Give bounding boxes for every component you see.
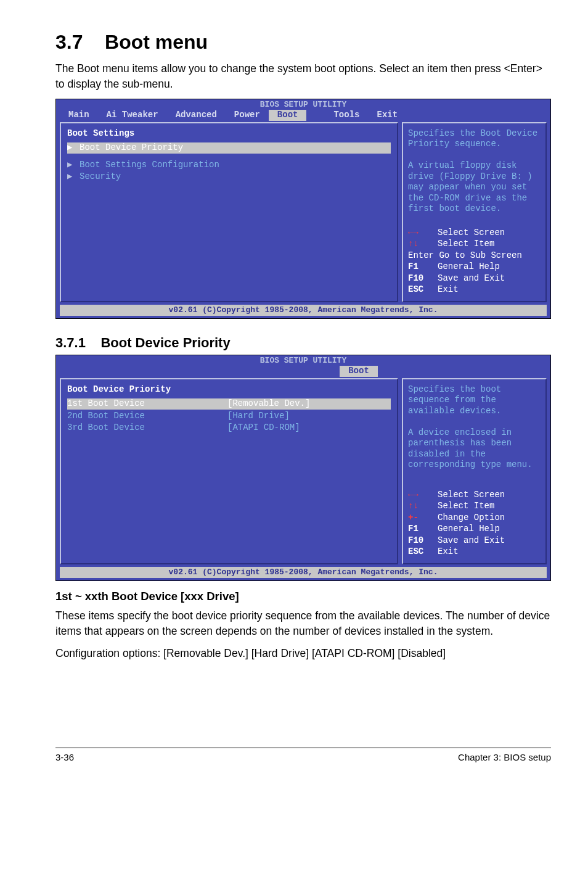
help-text: Specifies the boot sequence from the ava… xyxy=(408,384,541,471)
nav-desc: Select Screen xyxy=(438,490,505,501)
key-up-down-icon: ↑↓ xyxy=(408,501,434,512)
nav-desc: Select Screen xyxy=(438,228,505,239)
nav-desc: Select Item xyxy=(438,501,494,512)
nav-desc: Exit xyxy=(438,284,459,295)
tab-advanced[interactable]: Advanced xyxy=(167,110,226,121)
row-value: [ATAPI CD-ROM] xyxy=(227,423,300,434)
row-label: 2nd Boot Device xyxy=(67,411,223,422)
tab-ai-tweaker[interactable]: Ai Tweaker xyxy=(98,110,167,121)
nav-desc: Save and Exit xyxy=(438,535,505,547)
row-value: [Removable Dev.] xyxy=(227,398,310,410)
subsection-number: 3.7.1 xyxy=(55,335,86,350)
key-left-right-icon: ←→ xyxy=(408,228,434,239)
key-f10: F10 xyxy=(408,273,434,284)
section-title-text: Boot menu xyxy=(105,31,208,53)
key-f1: F1 xyxy=(408,524,434,535)
bios-title: BIOS SETUP UTILITY xyxy=(56,99,550,110)
key-f1: F1 xyxy=(408,262,434,273)
menu-item-boot-device-priority[interactable]: ▶ Boot Device Priority xyxy=(67,142,391,154)
nav-hints: ←→Select Screen ↑↓Select Item Enter Go t… xyxy=(408,227,541,296)
nav-desc: General Help xyxy=(438,262,500,273)
nav-desc: Exit xyxy=(438,547,459,558)
paragraph-body-1: These items specify the boot device prio… xyxy=(55,608,551,638)
key-up-down-icon: ↑↓ xyxy=(408,239,434,250)
page-number: 3-36 xyxy=(55,752,74,762)
key-esc: ESC xyxy=(408,284,434,295)
section-heading: 3.7 Boot menu xyxy=(55,31,551,54)
bios-copyright-footer: v02.61 (C)Copyright 1985-2008, American … xyxy=(60,567,547,578)
section-number: 3.7 xyxy=(55,31,83,53)
help-text: Specifies the Boot Device Priority seque… xyxy=(408,128,541,215)
bios-tab-bar: Main Ai Tweaker Advanced Power Boot Tool… xyxy=(56,110,550,122)
nav-desc: Save and Exit xyxy=(438,273,505,284)
bios-right-panel: Specifies the Boot Device Priority seque… xyxy=(402,122,547,302)
bios-title: BIOS SETUP UTILITY xyxy=(56,355,550,366)
nav-desc: General Help xyxy=(438,524,500,535)
nav-hints: ←→Select Screen ↑↓Select Item +-Change O… xyxy=(408,489,541,558)
row-label: 1st Boot Device xyxy=(67,398,223,410)
tab-boot[interactable]: Boot xyxy=(340,366,378,377)
menu-label: Boot Device Priority xyxy=(80,142,235,154)
page-footer: 3-36 Chapter 3: BIOS setup xyxy=(55,748,551,762)
menu-label: Security xyxy=(80,171,235,183)
menu-item-boot-settings-configuration[interactable]: ▶ Boot Settings Configuration xyxy=(67,160,391,171)
key-left-right-icon: ←→ xyxy=(408,490,434,501)
bios-copyright-footer: v02.61 (C)Copyright 1985-2008, American … xyxy=(60,305,547,316)
section-intro: The Boot menu items allow you to change … xyxy=(55,61,551,91)
bios-right-panel: Specifies the boot sequence from the ava… xyxy=(402,378,547,564)
tab-main[interactable]: Main xyxy=(60,110,98,121)
menu-item-security[interactable]: ▶ Security xyxy=(67,171,391,183)
nav-desc: Select Item xyxy=(438,239,494,250)
boot-device-priority-heading: Boot Device Priority xyxy=(67,384,391,395)
submenu-pointer-icon: ▶ xyxy=(67,142,75,154)
bios-screenshot-boot-device-priority: BIOS SETUP UTILITY Boot Boot Device Prio… xyxy=(55,355,551,581)
bios-tab-bar: Boot xyxy=(56,366,550,378)
tab-exit[interactable]: Exit xyxy=(368,110,406,121)
key-esc: ESC xyxy=(408,547,434,558)
row-1st-boot-device[interactable]: 1st Boot Device [Removable Dev.] xyxy=(67,398,391,410)
key-plus-minus: +- xyxy=(408,513,434,524)
subsection-title-text: Boot Device Priority xyxy=(100,335,230,350)
bios-left-panel: Boot Settings ▶ Boot Device Priority ▶ B… xyxy=(60,122,398,302)
paragraph-body-2: Configuration options: [Removable Dev.] … xyxy=(55,646,551,661)
row-label: 3rd Boot Device xyxy=(67,423,223,434)
submenu-pointer-icon: ▶ xyxy=(67,171,75,183)
nav-enter-line: Enter Go to Sub Screen xyxy=(408,250,522,262)
paragraph-heading: 1st ~ xxth Boot Device [xxx Drive] xyxy=(55,590,551,603)
tab-tools[interactable]: Tools xyxy=(325,110,368,121)
key-f10: F10 xyxy=(408,535,434,547)
chapter-label: Chapter 3: BIOS setup xyxy=(458,752,551,762)
nav-desc: Change Option xyxy=(438,513,505,524)
tab-boot[interactable]: Boot xyxy=(269,110,307,121)
row-3rd-boot-device[interactable]: 3rd Boot Device [ATAPI CD-ROM] xyxy=(67,423,391,434)
menu-label: Boot Settings Configuration xyxy=(80,160,235,171)
bios-screenshot-boot-menu: BIOS SETUP UTILITY Main Ai Tweaker Advan… xyxy=(55,99,551,319)
subsection-heading: 3.7.1 Boot Device Priority xyxy=(55,335,551,351)
bios-left-panel: Boot Device Priority 1st Boot Device [Re… xyxy=(60,378,398,564)
tab-power[interactable]: Power xyxy=(226,110,269,121)
row-2nd-boot-device[interactable]: 2nd Boot Device [Hard Drive] xyxy=(67,411,391,422)
submenu-pointer-icon: ▶ xyxy=(67,160,75,171)
boot-settings-heading: Boot Settings xyxy=(67,128,391,139)
row-value: [Hard Drive] xyxy=(227,411,290,422)
